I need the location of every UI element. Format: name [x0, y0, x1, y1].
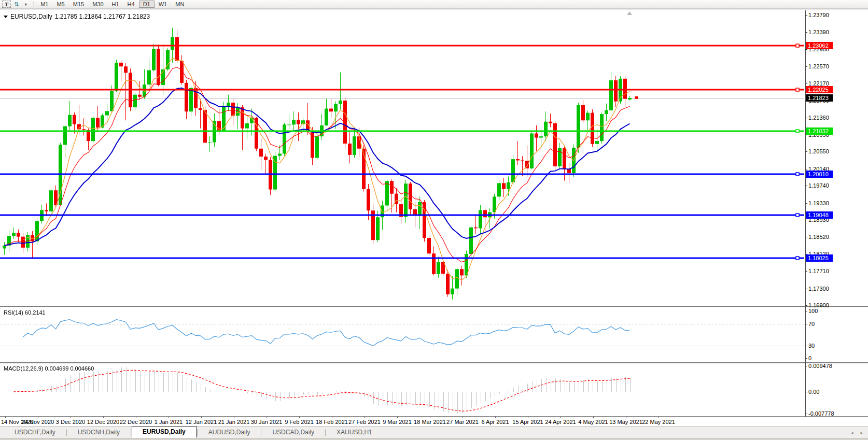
tab-scroll-right-icon[interactable]: ▸	[860, 430, 863, 435]
date-tick-label: 4 May 2021	[578, 419, 608, 425]
date-tick-mark	[365, 417, 365, 418]
price-chart-canvas[interactable]	[0, 10, 805, 306]
symbol-tab-bar: USDCHF,DailyUSDCNH,DailyEURUSD,DailyAUDU…	[0, 427, 868, 438]
axis-tick-mark	[805, 237, 807, 237]
pane-separator[interactable]	[0, 306, 868, 307]
date-tick-mark	[430, 417, 430, 418]
date-axis[interactable]: 14 Nov 202024 Nov 20203 Dec 202012 Dec 2…	[0, 417, 868, 427]
tab-separator	[197, 429, 198, 436]
chart-shift-marker-icon[interactable]	[627, 11, 632, 15]
axis-tick-mark	[805, 220, 807, 220]
text-tool-button[interactable]: T	[2, 1, 11, 8]
timeframe-button-mn[interactable]: MN	[171, 1, 188, 8]
date-tick-label: 22 Dec 2020	[120, 419, 152, 425]
chart-tab-usdcad[interactable]: USDCAD,Daily	[262, 427, 325, 438]
timeframe-button-h4[interactable]: H4	[123, 1, 139, 8]
level-price-chip: 1.22025	[806, 86, 833, 93]
date-tick-mark	[659, 417, 659, 418]
axis-tick-mark	[805, 324, 807, 324]
price-tick-label: 1.21360	[808, 115, 829, 121]
timeframe-button-m5[interactable]: M5	[52, 1, 68, 8]
timeframe-button-m1[interactable]: M1	[36, 1, 52, 8]
price-tick-label: 1.18520	[808, 234, 829, 240]
date-tick-label: 1 Jan 2021	[155, 419, 183, 425]
price-tick-label: 1.23790	[808, 12, 829, 19]
macd-tick-label: -0.007778	[808, 410, 834, 417]
date-tick-label: 9 Feb 2021	[285, 419, 314, 425]
chart-tab-eurusd[interactable]: EURUSD,Daily	[132, 426, 197, 438]
date-tick-mark	[5, 417, 6, 418]
timeframe-button-d1[interactable]: D1	[139, 1, 155, 8]
rsi-pane-canvas[interactable]	[0, 307, 805, 362]
pane-separator[interactable]	[0, 362, 868, 363]
macd-tick-label: 0.00	[808, 389, 819, 395]
rsi-value: 60.2141	[25, 309, 46, 316]
price-tick-label: 1.19330	[808, 200, 829, 207]
rsi-indicator-label: RSI(14) 60.2141	[4, 309, 46, 316]
date-tick-label: 18 Feb 2021	[316, 419, 348, 425]
chart-tab-usdcnh[interactable]: USDCNH,Daily	[67, 427, 130, 438]
axis-tick-mark	[805, 289, 807, 289]
chart-window[interactable]: EURUSD,Daily 1.21785 1.21864 1.21767 1.2…	[0, 9, 868, 427]
date-tick-label: 12 Dec 2020	[87, 419, 119, 425]
price-tick-label: 1.20550	[808, 148, 829, 155]
date-tick-mark	[136, 417, 136, 418]
axis-tick-mark	[805, 169, 807, 169]
rsi-tick-label: 30	[808, 343, 815, 349]
timeframe-button-m30[interactable]: M30	[88, 1, 107, 8]
axis-tick-mark	[805, 311, 807, 311]
dropdown-caret-icon[interactable]: ▼	[22, 1, 30, 8]
level-price-chip: 1.19048	[806, 211, 833, 219]
timeframe-button-h1[interactable]: H1	[108, 1, 123, 8]
timeframe-button-m15[interactable]: M15	[69, 1, 88, 8]
date-tick-mark	[234, 417, 234, 418]
chart-tab-xauusd[interactable]: XAUUSD,H1	[326, 427, 383, 438]
collapse-caret-icon[interactable]	[4, 16, 8, 18]
macd-values: 0.004699 0.004660	[45, 365, 94, 372]
date-tick-label: 12 Jan 2021	[186, 419, 217, 425]
rsi-tick-label: 70	[808, 321, 815, 328]
tab-separator	[325, 429, 326, 436]
date-tick-label: 24 Nov 2020	[22, 419, 54, 425]
tab-separator	[131, 429, 131, 436]
axis-tick-mark	[805, 151, 807, 152]
axis-tick-mark	[805, 66, 807, 67]
date-tick-label: 3 Dec 2020	[56, 419, 85, 425]
tab-separator	[261, 429, 261, 436]
date-tick-mark	[169, 417, 169, 418]
date-tick-label: 30 Jan 2021	[251, 419, 283, 425]
sort-arrows-icon[interactable]: ⇅	[12, 1, 20, 8]
chart-tab-usdchf[interactable]: USDCHF,Daily	[4, 427, 66, 438]
date-tick-mark	[528, 417, 528, 418]
date-tick-mark	[103, 417, 104, 418]
axis-tick-mark	[805, 366, 807, 366]
status-bar	[0, 438, 868, 440]
date-tick-label: 9 Mar 2021	[383, 419, 412, 425]
date-tick-mark	[332, 417, 332, 418]
price-tick-label: 1.17300	[808, 286, 829, 292]
price-tick-label: 1.23390	[808, 29, 829, 36]
axis-tick-mark	[805, 392, 807, 392]
price-tick-label: 1.22570	[808, 63, 829, 70]
axis-tick-mark	[805, 32, 807, 33]
level-price-chip: 1.21032	[806, 127, 833, 135]
level-price-chip: 1.18025	[806, 254, 833, 262]
tab-scroll-left-icon[interactable]: ◂	[851, 430, 853, 435]
macd-pane-canvas[interactable]	[0, 363, 805, 416]
axis-tick-mark	[805, 271, 807, 272]
date-tick-label: 22 May 2021	[642, 419, 675, 425]
chart-tab-audusd[interactable]: AUDUSD,Daily	[198, 427, 261, 438]
date-tick-mark	[561, 417, 561, 418]
tab-separator	[66, 429, 67, 436]
price-tick-label: 1.19740	[808, 182, 829, 189]
level-price-chip: 1.20010	[806, 171, 833, 178]
date-tick-mark	[397, 417, 398, 418]
macd-name: MACD(12,26,9)	[4, 365, 43, 372]
axis-tick-mark	[805, 414, 807, 414]
timeframe-button-w1[interactable]: W1	[155, 1, 172, 8]
level-price-chip: 1.23062	[806, 42, 833, 49]
date-tick-label: 15 Apr 2021	[512, 419, 543, 425]
axis-tick-mark	[805, 358, 807, 359]
date-tick-mark	[495, 417, 496, 418]
current-price-chip: 1.21823	[806, 94, 833, 102]
